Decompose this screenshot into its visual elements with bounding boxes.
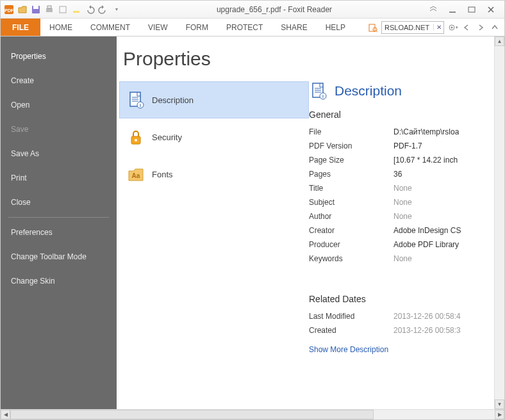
quick-access-toolbar: PDF ▾ (1, 4, 122, 15)
scroll-left-arrow[interactable]: ◀ (1, 410, 10, 419)
kv-value: PDF-1.7 (393, 141, 422, 150)
find-icon[interactable] (367, 22, 379, 33)
category-fonts[interactable]: Aa Fonts (119, 156, 309, 193)
dates-table: Last Modified2013-12-26 00:58:4Created20… (309, 309, 494, 337)
undo-icon[interactable] (84, 4, 95, 15)
kv-value: Adobe InDesign CS (393, 226, 461, 235)
horizontal-scrollbar[interactable]: ◀ ▶ (1, 409, 504, 419)
ribbon: FILE HOME COMMENT VIEW FORM PROTECT SHAR… (1, 19, 504, 36)
kv-value: Adobe PDF Library (393, 240, 459, 249)
kv-value: None (393, 184, 412, 193)
kv-value: 2013-12-26 00:58:3 (393, 326, 461, 335)
kv-row: Page Size[10.67 * 14.22 inch (309, 153, 494, 167)
sidebar-item-toolbar-mode[interactable]: Change Toolbar Mode (1, 245, 117, 269)
kv-key: Producer (309, 240, 393, 249)
sidebar-item-preferences[interactable]: Preferences (1, 220, 117, 245)
sidebar-item-save-as[interactable]: Save As (1, 141, 117, 166)
print-icon[interactable] (44, 4, 55, 15)
category-label: Description (152, 95, 194, 105)
section-dates: Related Dates (309, 294, 494, 304)
kv-row: AuthorNone (309, 209, 494, 223)
window-title: upgrade_656_r.pdf - Foxit Reader (122, 5, 426, 14)
kv-value: D:\Сайт\temp\rsloa (393, 127, 459, 136)
kv-value: 2013-12-26 00:58:4 (393, 312, 461, 321)
nav-prev-icon[interactable] (461, 22, 472, 33)
save-icon[interactable] (30, 4, 42, 15)
kv-row: ProducerAdobe PDF Library (309, 238, 494, 252)
tab-help[interactable]: HELP (317, 19, 354, 36)
scroll-track[interactable] (495, 46, 504, 400)
category-label: Fonts (152, 170, 173, 179)
scroll-up-arrow[interactable]: ▲ (495, 36, 504, 46)
redo-icon[interactable] (97, 4, 109, 15)
main-panel: Properties i Description Security (117, 36, 494, 409)
kv-row: PDF VersionPDF-1.7 (309, 139, 494, 153)
scroll-thumb[interactable] (10, 410, 374, 419)
search-box: ✕ (381, 21, 444, 34)
kv-key: PDF Version (309, 141, 393, 150)
svg-rect-4 (46, 8, 53, 12)
tab-view[interactable]: VIEW (139, 19, 177, 36)
section-general: General (309, 109, 494, 120)
sidebar-separator (8, 217, 109, 218)
kv-key: Subject (309, 198, 393, 207)
kv-row: Pages36 (309, 167, 494, 181)
document-info-icon: i (126, 90, 145, 109)
window-controls (426, 4, 504, 15)
svg-rect-3 (33, 6, 38, 9)
kv-value: None (393, 254, 412, 263)
tab-home[interactable]: HOME (40, 19, 81, 36)
tab-form[interactable]: FORM (177, 19, 217, 36)
category-description[interactable]: i Description (119, 81, 309, 118)
highlight-icon[interactable] (70, 4, 82, 15)
sidebar-item-change-skin[interactable]: Change Skin (1, 269, 117, 293)
scroll-track[interactable] (10, 410, 495, 419)
app-icon: PDF (3, 4, 15, 15)
kv-key: Page Size (309, 156, 393, 165)
svg-text:i: i (322, 94, 324, 99)
svg-rect-7 (73, 11, 79, 13)
collapse-ribbon-icon[interactable] (426, 4, 440, 15)
sidebar-item-create[interactable]: Create (1, 69, 117, 93)
open-icon[interactable] (17, 4, 28, 15)
sidebar-item-print[interactable]: Print (1, 166, 117, 190)
svg-line-12 (376, 31, 377, 32)
detail-heading-text: Description (335, 83, 402, 99)
properties-category-list: i Description Security Aa (117, 81, 309, 409)
scroll-down-arrow[interactable]: ▼ (495, 400, 504, 409)
nav-next-icon[interactable] (475, 22, 486, 33)
svg-text:i: i (140, 103, 141, 108)
sidebar-item-properties[interactable]: Properties (1, 44, 117, 69)
close-button[interactable] (484, 4, 498, 15)
kv-row: FileD:\Сайт\temp\rsloa (309, 125, 494, 139)
show-more-link[interactable]: Show More Description (309, 345, 494, 354)
ribbon-tools: ✕ ▾ (367, 19, 504, 36)
tab-share[interactable]: SHARE (272, 19, 316, 36)
tab-file[interactable]: FILE (1, 19, 40, 36)
svg-point-22 (135, 139, 137, 141)
document-info-icon: i (309, 81, 328, 101)
search-input[interactable] (382, 24, 433, 31)
qat-dropdown-icon[interactable]: ▾ (111, 4, 122, 15)
sidebar-item-close[interactable]: Close (1, 190, 117, 214)
content-area: Properties Create Open Save Save As Prin… (1, 36, 504, 409)
svg-rect-9 (468, 7, 475, 12)
search-clear-icon[interactable]: ✕ (433, 24, 443, 31)
sidebar-item-save: Save (1, 117, 117, 141)
settings-gear-icon[interactable]: ▾ (447, 22, 458, 33)
lock-icon (126, 127, 145, 147)
sidebar-item-open[interactable]: Open (1, 93, 117, 117)
minimize-button[interactable] (445, 4, 459, 15)
nav-up-icon[interactable] (489, 22, 501, 33)
kv-key: Keywords (309, 254, 393, 263)
stamp-icon[interactable] (57, 4, 69, 15)
maximize-button[interactable] (465, 4, 479, 15)
category-security[interactable]: Security (119, 118, 309, 156)
scroll-right-arrow[interactable]: ▶ (495, 410, 504, 419)
svg-text:PDF: PDF (4, 8, 14, 13)
tab-protect[interactable]: PROTECT (217, 19, 272, 36)
vertical-scrollbar[interactable]: ▲ ▼ (494, 36, 504, 409)
kv-row: CreatorAdobe InDesign CS (309, 223, 494, 238)
tab-comment[interactable]: COMMENT (81, 19, 139, 36)
page-title: Properties (117, 48, 494, 81)
